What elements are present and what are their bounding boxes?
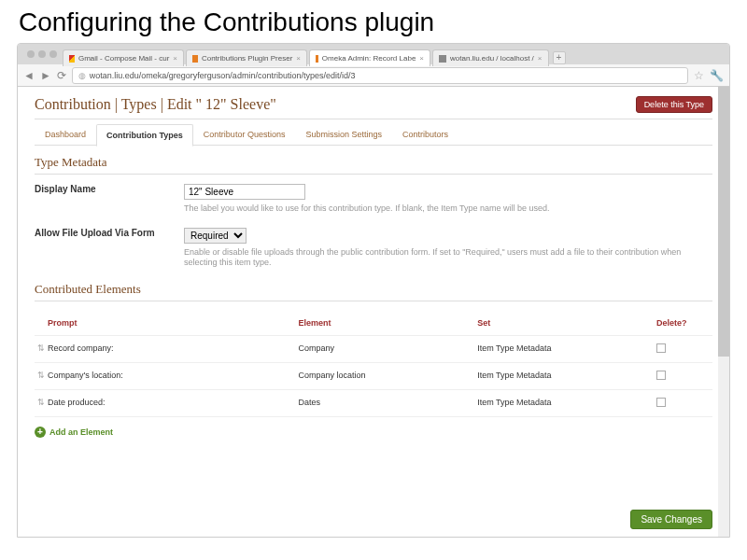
omeka-icon bbox=[316, 55, 318, 63]
element-row: ⇅ Date produced: Dates Item Type Metadat… bbox=[35, 390, 712, 417]
address-bar: ◄ ► ⟳ ◍ wotan.liu.edu/omeka/gregoryfergu… bbox=[18, 64, 729, 87]
scrollbar-thumb[interactable] bbox=[718, 87, 729, 357]
file-upload-label: Allow File Upload Via Form bbox=[35, 228, 184, 269]
close-icon[interactable]: × bbox=[538, 54, 543, 63]
page-title: Contribution | Types | Edit " 12" Sleeve… bbox=[35, 96, 276, 113]
element-row: ⇅ Company's location: Company location I… bbox=[35, 363, 712, 390]
tab-contributor-questions[interactable]: Contributor Questions bbox=[193, 123, 296, 146]
minimize-dot[interactable] bbox=[38, 50, 46, 58]
display-name-help: The label you would like to use for this… bbox=[184, 203, 712, 215]
close-dot[interactable] bbox=[27, 50, 35, 58]
display-name-label: Display Name bbox=[35, 184, 184, 215]
col-prompt: Prompt bbox=[48, 318, 298, 328]
url-field[interactable]: ◍ wotan.liu.edu/omeka/gregoryferguson/ad… bbox=[72, 67, 688, 84]
drag-handle-icon[interactable]: ⇅ bbox=[35, 343, 48, 355]
browser-tab[interactable]: Contributions Plugin Preser × bbox=[186, 49, 307, 66]
row-prompt: Date produced: bbox=[48, 398, 298, 409]
tab-label: Contributions Plugin Preser bbox=[202, 54, 292, 63]
globe-icon: ◍ bbox=[78, 71, 86, 80]
row-set: Item Type Metadata bbox=[477, 343, 656, 355]
elements-header-row: Prompt Element Set Delete? bbox=[35, 311, 712, 336]
col-set: Set bbox=[477, 318, 656, 328]
row-prompt: Company's location: bbox=[48, 371, 298, 382]
element-row: ⇅ Record company: Company Item Type Meta… bbox=[35, 336, 712, 363]
browser-window: Gmail - Compose Mail - cur × Contributio… bbox=[17, 43, 730, 538]
add-element-label: Add an Element bbox=[49, 427, 113, 437]
tab-label: Gmail - Compose Mail - cur bbox=[78, 54, 169, 63]
drag-handle-icon[interactable]: ⇅ bbox=[35, 371, 48, 382]
zoom-dot[interactable] bbox=[49, 50, 57, 58]
gmail-icon bbox=[69, 55, 75, 63]
browser-tabstrip: Gmail - Compose Mail - cur × Contributio… bbox=[18, 44, 729, 64]
browser-tab[interactable]: Omeka Admin: Record Labe × bbox=[309, 49, 430, 66]
close-icon[interactable]: × bbox=[173, 54, 177, 63]
wrench-icon[interactable]: 🔧 bbox=[710, 69, 724, 82]
drag-handle-icon[interactable]: ⇅ bbox=[35, 398, 48, 409]
delete-checkbox[interactable] bbox=[656, 398, 666, 407]
forward-icon[interactable]: ► bbox=[40, 69, 51, 82]
save-changes-button[interactable]: Save Changes bbox=[630, 510, 712, 529]
omeka-icon bbox=[192, 55, 198, 63]
site-icon bbox=[439, 55, 446, 63]
row-element: Dates bbox=[298, 398, 477, 409]
slide-title: Configuring the Contributions plugin bbox=[0, 0, 747, 43]
col-element: Element bbox=[298, 318, 477, 328]
new-tab-button[interactable]: + bbox=[553, 51, 566, 64]
row-set: Item Type Metadata bbox=[477, 398, 656, 409]
delete-type-button[interactable]: Delete this Type bbox=[636, 96, 712, 113]
page-content: Contribution | Types | Edit " 12" Sleeve… bbox=[18, 87, 729, 537]
tab-contributors[interactable]: Contributors bbox=[392, 123, 458, 146]
section-type-metadata: Type Metadata bbox=[35, 155, 712, 175]
col-delete: Delete? bbox=[656, 318, 712, 328]
browser-tab[interactable]: wotan.liu.edu / localhost / × bbox=[432, 49, 549, 66]
tab-submission-settings[interactable]: Submission Settings bbox=[295, 123, 392, 146]
close-icon[interactable]: × bbox=[296, 54, 301, 63]
plus-icon: + bbox=[35, 427, 46, 438]
back-icon[interactable]: ◄ bbox=[23, 69, 35, 82]
row-element: Company bbox=[298, 343, 477, 355]
tab-dashboard[interactable]: Dashboard bbox=[35, 123, 96, 146]
close-icon[interactable]: × bbox=[419, 54, 424, 63]
tab-contribution-types[interactable]: Contribution Types bbox=[96, 124, 193, 147]
url-text: wotan.liu.edu/omeka/gregoryferguson/admi… bbox=[90, 71, 356, 80]
row-set: Item Type Metadata bbox=[477, 371, 656, 382]
bookmark-icon[interactable]: ☆ bbox=[694, 69, 704, 82]
tab-label: wotan.liu.edu / localhost / bbox=[450, 54, 534, 63]
browser-tab[interactable]: Gmail - Compose Mail - cur × bbox=[63, 49, 184, 66]
row-element: Company location bbox=[298, 371, 477, 382]
file-upload-help: Enable or disable file uploads through t… bbox=[184, 247, 712, 269]
add-element-button[interactable]: + Add an Element bbox=[35, 427, 712, 438]
scrollbar[interactable] bbox=[718, 87, 729, 537]
display-name-input[interactable] bbox=[184, 184, 305, 200]
admin-tabs: Dashboard Contribution Types Contributor… bbox=[35, 123, 712, 146]
window-controls[interactable] bbox=[21, 50, 63, 58]
section-contributed-elements: Contributed Elements bbox=[35, 282, 712, 301]
file-upload-select[interactable]: Required bbox=[184, 228, 247, 244]
row-prompt: Record company: bbox=[48, 343, 298, 355]
reload-icon[interactable]: ⟳ bbox=[57, 69, 66, 82]
tab-label: Omeka Admin: Record Labe bbox=[322, 54, 416, 63]
delete-checkbox[interactable] bbox=[656, 343, 666, 353]
delete-checkbox[interactable] bbox=[656, 371, 666, 380]
